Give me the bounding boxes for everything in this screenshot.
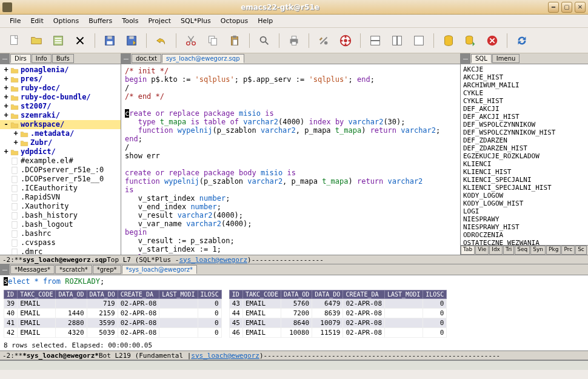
right-btab-seq[interactable]: Seq [515, 246, 530, 255]
tree-twist-icon[interactable]: + [2, 111, 10, 120]
minibuffer[interactable] [0, 360, 588, 370]
sql-object-item[interactable]: EGZEKUCJE_ROZKLADOW [463, 152, 586, 160]
menu-sqlplus[interactable]: SQL*Plus [176, 15, 216, 27]
minimize-button[interactable]: ━ [548, 2, 559, 13]
col-header[interactable]: ILOSC [423, 290, 447, 299]
left-tab-info[interactable]: Info [32, 54, 52, 63]
sql-object-item[interactable]: DEF_ZDARZEN_HIST [463, 144, 586, 152]
tree-twist-icon[interactable]: + [2, 84, 10, 93]
tree-folder[interactable]: +ruby-doc/ [0, 84, 121, 93]
sql-object-item[interactable]: DEF_AKCJI [463, 105, 586, 113]
col-header[interactable]: DATA_OD [281, 290, 312, 299]
right-btab-idx[interactable]: Idx [489, 246, 503, 255]
close-window-button[interactable]: ✕ [575, 2, 586, 13]
left-tab-bufs[interactable]: Bufs [52, 54, 74, 63]
col-header[interactable]: ILOSC [198, 290, 221, 299]
sql-object-item[interactable]: KLIENCI_HIST [463, 168, 586, 176]
menu-project[interactable]: Project [143, 15, 176, 27]
cut-icon[interactable] [182, 32, 199, 49]
sql-object-item[interactable]: KLIENCI_SPECJALNI [463, 176, 586, 184]
tree-file[interactable]: .dmrc [0, 247, 121, 255]
menu-buffers[interactable]: Buffers [84, 15, 117, 27]
tree-file[interactable]: .RapidSVN [0, 193, 121, 202]
directory-tree[interactable]: +ponaglenia/+pres/+ruby-doc/+ruby-doc-bu… [0, 64, 121, 255]
bottom-tab-prefix-icon[interactable]: — [0, 264, 10, 275]
right-tab-sql[interactable]: SQL [471, 54, 492, 63]
col-header[interactable]: DATA_DO [312, 290, 343, 299]
table-row[interactable]: 44EMAIL7200863902-APR-080 [229, 309, 447, 318]
modeline-conn-link[interactable]: sys_loach@ewegorz [179, 256, 247, 264]
sql-object-item[interactable]: KODY_LOGOW_HIST [463, 200, 586, 207]
tree-folder[interactable]: -workspace/ [0, 120, 121, 129]
col-header[interactable]: ID [4, 290, 18, 299]
right-btab-pkg[interactable]: Pkg [546, 246, 561, 255]
center-tab-prefix-icon[interactable]: — [121, 53, 131, 64]
menu-file[interactable]: File [5, 15, 25, 27]
tree-twist-icon[interactable]: + [2, 65, 10, 75]
col-header[interactable]: LAST_MODI [385, 290, 423, 299]
table-row[interactable]: 39EMAIL71902-APR-080 [4, 299, 222, 309]
tree-file[interactable]: #example.el# [0, 156, 121, 166]
table-row[interactable]: 42EMAIL4320503902-APR-080 [4, 328, 222, 338]
sql-object-item[interactable]: AKCJE_HIST [463, 73, 586, 81]
sql-object-item[interactable]: KLIENCI [463, 160, 586, 168]
save-icon[interactable] [101, 32, 118, 49]
right-btab-tri[interactable]: Tri [503, 246, 514, 255]
modeline2-link[interactable]: sys_loach@ewegorz [191, 352, 259, 360]
col-header[interactable]: CREATE_DA [343, 290, 385, 299]
menu-tools[interactable]: Tools [117, 15, 143, 27]
right-tab-prefix-icon[interactable]: — [461, 53, 470, 64]
right-btab-syn[interactable]: Syn [530, 246, 546, 255]
tree-file[interactable]: .bash_logout [0, 220, 121, 229]
copy-icon[interactable] [204, 32, 221, 49]
tree-twist-icon[interactable]: + [2, 147, 10, 156]
bottom-tab-scratch[interactable]: *scratch* [55, 265, 92, 274]
tree-twist-icon[interactable]: + [2, 102, 10, 111]
tree-twist-icon[interactable]: - [2, 120, 10, 129]
right-btab-sc[interactable]: Sc [575, 246, 587, 255]
left-tab-prefix-icon[interactable]: — [0, 53, 10, 64]
sql-object-item[interactable]: LOGI [463, 207, 586, 215]
preferences-icon[interactable] [315, 32, 332, 49]
tree-folder[interactable]: +Zubr/ [0, 138, 121, 147]
tree-file[interactable]: .ICEauthority [0, 184, 121, 193]
sql-object-item[interactable]: CYKLE_HIST [463, 97, 586, 105]
col-header[interactable]: CREATE_DA [118, 290, 159, 299]
menu-options[interactable]: Options [48, 15, 84, 27]
tree-file[interactable]: .bash_history [0, 211, 121, 220]
menu-help[interactable]: Help [253, 15, 278, 27]
tree-folder[interactable]: +pres/ [0, 75, 121, 84]
tree-folder[interactable]: +.metadata/ [0, 129, 121, 138]
right-tab-imenu[interactable]: Imenu [492, 54, 520, 63]
bottom-tab-sysloach[interactable]: *sys_loach@ewegorz* [122, 265, 198, 274]
right-btab-prc[interactable]: Prc [561, 246, 575, 255]
col-header[interactable]: TAKC_CODE [18, 290, 56, 299]
sql-object-item[interactable]: NIESPRAWY [463, 215, 586, 223]
tree-file[interactable]: .bashrc [0, 229, 121, 238]
single-window-icon[interactable] [410, 32, 427, 49]
sql-object-item[interactable]: DEF_ZDARZEN [463, 136, 586, 144]
sql-object-item[interactable]: AKCJE [463, 65, 586, 73]
tree-file[interactable]: .DCOPserver_r51e__0 [0, 175, 121, 184]
table-row[interactable]: 40EMAIL1440215902-APR-080 [4, 309, 222, 318]
tree-twist-icon[interactable]: + [2, 75, 10, 84]
tree-twist-icon[interactable]: + [2, 93, 10, 102]
open-folder-icon[interactable] [28, 32, 45, 49]
sql-object-item[interactable]: OSTATECZNE_WEZWANIA [463, 239, 586, 245]
sql-object-item[interactable]: NIESPRAWY_HIST [463, 223, 586, 231]
center-tab-doc[interactable]: doc.txt [132, 54, 161, 63]
refresh-icon[interactable] [513, 32, 530, 49]
help-icon[interactable] [337, 32, 354, 49]
maximize-button[interactable]: ▢ [561, 2, 572, 13]
search-icon[interactable] [256, 32, 273, 49]
new-file-icon[interactable] [6, 32, 23, 49]
table-row[interactable]: 45EMAIL86401007902-APR-080 [229, 318, 447, 328]
database-connect-icon[interactable] [462, 32, 479, 49]
menu-octopus[interactable]: Octopus [216, 15, 253, 27]
split-vert-icon[interactable] [367, 32, 384, 49]
split-horiz-icon[interactable] [389, 32, 406, 49]
dired-icon[interactable] [50, 32, 67, 49]
tree-folder[interactable]: +ydpdict/ [0, 147, 121, 156]
sql-object-item[interactable]: ARCHIWUM_MAILI [463, 81, 586, 89]
tree-file[interactable]: .DCOPserver_r51e_:0 [0, 166, 121, 175]
